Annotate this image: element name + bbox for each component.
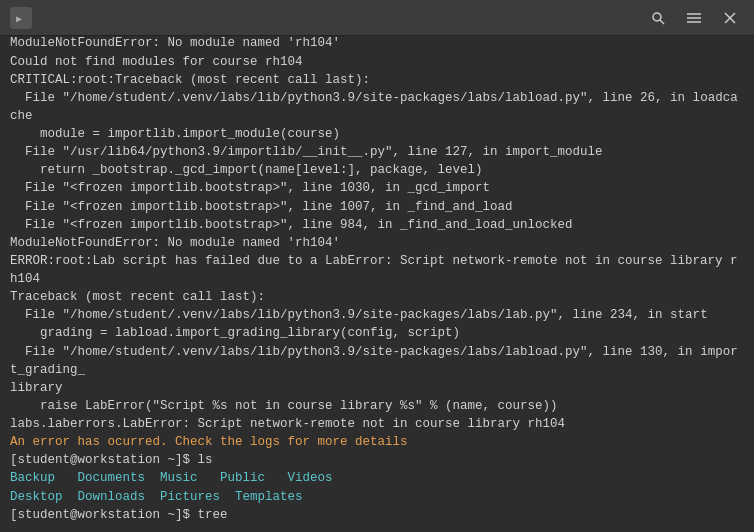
terminal-line: ModuleNotFoundError: No module named 'rh… (10, 36, 744, 53)
terminal-line: File "/home/student/.venv/labs/lib/pytho… (10, 343, 744, 379)
terminal-line: grading = labload.import_grading_library… (10, 324, 744, 342)
menu-button[interactable] (680, 6, 708, 30)
terminal-line: raise LabError("Script %s not in course … (10, 397, 744, 415)
terminal-line: File "<frozen importlib.bootstrap>", lin… (10, 198, 744, 216)
terminal-line: module = importlib.import_module(course) (10, 125, 744, 143)
terminal-line: library (10, 379, 744, 397)
terminal-line: File "/home/student/.venv/labs/lib/pytho… (10, 89, 744, 125)
terminal-line: return _bootstrap._gcd_import(name[level… (10, 161, 744, 179)
title-bar: ▶ (0, 0, 754, 36)
terminal-line: [student@workstation ~]$ ls (10, 451, 744, 469)
terminal-line: Traceback (most recent call last): (10, 288, 744, 306)
terminal-line: Backup Documents Music Public Videos (10, 469, 744, 487)
terminal-line: An error has ocurred. Check the logs for… (10, 433, 744, 451)
title-bar-left: ▶ (10, 7, 38, 29)
terminal-line: File "<frozen importlib.bootstrap>", lin… (10, 179, 744, 197)
terminal-line: ModuleNotFoundError: No module named 'rh… (10, 234, 744, 252)
terminal-line: File "<frozen importlib.bootstrap>", lin… (10, 216, 744, 234)
terminal-line: [student@workstation ~]$ tree (10, 506, 744, 524)
terminal-line: Could not find modules for course rh104 (10, 53, 744, 71)
close-button[interactable] (716, 6, 744, 30)
terminal-line: CRITICAL:root:Traceback (most recent cal… (10, 71, 744, 89)
terminal-icon: ▶ (10, 7, 32, 29)
terminal-line: File "/home/student/.venv/labs/lib/pytho… (10, 306, 744, 324)
terminal-line: Desktop Downloads Pictures Templates (10, 488, 744, 506)
svg-point-2 (653, 13, 661, 21)
terminal-output: [student@workstation ~]$ lab start netwo… (0, 36, 754, 532)
svg-text:▶: ▶ (16, 13, 22, 24)
search-button[interactable] (644, 6, 672, 30)
terminal-line: ERROR:root:Lab script has failed due to … (10, 252, 744, 288)
terminal-line: labs.laberrors.LabError: Script network-… (10, 415, 744, 433)
terminal-line: File "/usr/lib64/python3.9/importlib/__i… (10, 143, 744, 161)
svg-line-3 (660, 20, 664, 24)
title-bar-controls (644, 6, 744, 30)
